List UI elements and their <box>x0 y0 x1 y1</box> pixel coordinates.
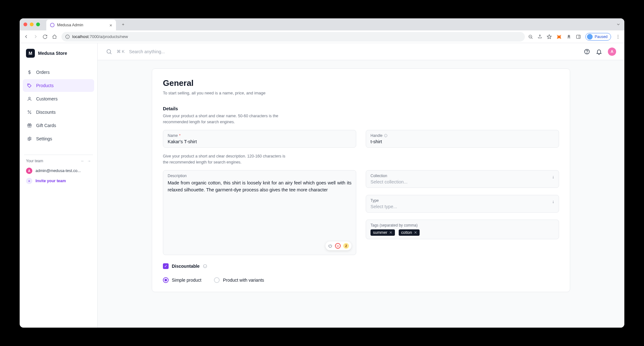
radio-simple-label: Simple product <box>172 278 201 283</box>
nav-home-icon[interactable] <box>52 34 58 39</box>
sidebar-item-label: Gift Cards <box>36 123 56 128</box>
svg-point-14 <box>29 97 30 99</box>
discountable-row[interactable]: ✓ Discountable <box>163 263 559 269</box>
gift-icon <box>27 123 32 128</box>
extensions-icon[interactable] <box>566 34 571 39</box>
sidebar-item-products[interactable]: Products <box>23 79 94 92</box>
browser-tab[interactable]: Medusa Admin × <box>46 20 116 30</box>
info-icon[interactable] <box>203 264 207 268</box>
sidebar-nav: Orders Products Customers Discounts Gift… <box>20 63 97 148</box>
help-icon[interactable] <box>584 48 590 55</box>
description-field[interactable]: Description Made from organic cotton, th… <box>163 170 356 255</box>
brand-name: Medusa Store <box>38 51 67 56</box>
nav-forward-icon[interactable] <box>33 34 39 39</box>
collection-field[interactable]: ↓ Collection Select collection... <box>366 170 559 188</box>
svg-point-10 <box>618 36 618 37</box>
profile-avatar-icon <box>587 34 593 40</box>
svg-line-4 <box>531 37 532 38</box>
search-icon[interactable] <box>106 48 112 55</box>
new-tab-button[interactable]: ＋ <box>119 20 127 29</box>
target-icon: ◎ <box>335 243 341 249</box>
sidebar-item-discounts[interactable]: Discounts <box>23 106 94 119</box>
tags-field[interactable]: Tags (separated by comma) summer✕ cotton… <box>366 220 559 239</box>
tab-overflow-icon[interactable] <box>616 22 621 27</box>
window-maximize-icon[interactable] <box>36 22 40 26</box>
topbar: ⌘ K Search anything... A <box>98 43 624 60</box>
handle-label: Handle <box>370 133 383 138</box>
handle-value: t-shirt <box>370 139 554 144</box>
user-icon <box>27 96 32 102</box>
browser-toolbar-icons: Paused <box>528 33 621 41</box>
radio-variants-product[interactable]: Product with variants <box>214 277 264 283</box>
power-icon[interactable] <box>328 244 332 248</box>
main: ⌘ K Search anything... A General To star… <box>98 43 624 328</box>
svg-rect-7 <box>576 35 580 38</box>
radio-simple-product[interactable]: Simple product <box>163 277 201 283</box>
sidebar-item-giftcards[interactable]: Gift Cards <box>23 119 94 132</box>
share-icon[interactable] <box>538 34 542 39</box>
sidebar: M Medusa Store Orders Products Customers <box>20 43 98 328</box>
type-field[interactable]: ↓ Type Select type... <box>366 195 559 213</box>
team-title-row: Your team ← → <box>24 159 93 166</box>
invite-team-button[interactable]: + Invite your team <box>24 176 93 186</box>
browser-menu-icon[interactable] <box>615 34 621 39</box>
sidebar-item-customers[interactable]: Customers <box>23 93 94 105</box>
nav-reload-icon[interactable] <box>42 34 49 39</box>
sidebar-item-orders[interactable]: Orders <box>23 66 94 79</box>
team-member-row[interactable]: A admin@medusa-test.co... <box>24 166 93 176</box>
team-next-icon[interactable]: → <box>87 159 91 163</box>
zoom-icon[interactable] <box>528 34 533 39</box>
browser-address-bar: localhost:7000/a/products/new Paused <box>20 30 624 43</box>
search-shortcut: ⌘ K <box>117 49 125 54</box>
search-input[interactable]: Search anything... <box>129 49 165 54</box>
tag-remove-icon[interactable]: ✕ <box>389 230 392 235</box>
info-icon[interactable] <box>384 134 388 138</box>
discountable-checkbox[interactable]: ✓ <box>163 263 169 269</box>
sidebar-item-settings[interactable]: Settings <box>23 132 94 145</box>
sidebar-item-label: Orders <box>36 70 50 75</box>
svg-point-17 <box>30 113 31 114</box>
sidebar-item-label: Customers <box>36 96 58 101</box>
svg-point-25 <box>587 53 587 53</box>
svg-point-21 <box>29 138 30 139</box>
window-minimize-icon[interactable] <box>30 22 34 26</box>
window-controls <box>23 22 40 26</box>
profile-status-chip[interactable]: Paused <box>585 33 611 41</box>
name-field[interactable]: Name* Kakar's T-shirt <box>163 130 356 148</box>
window-close-icon[interactable] <box>23 22 27 26</box>
tab-close-icon[interactable]: × <box>109 22 112 28</box>
name-label: Name <box>168 133 178 138</box>
sidebar-item-label: Products <box>36 83 54 88</box>
tag-text: cotton <box>401 230 412 235</box>
tag-chip[interactable]: cotton✕ <box>399 229 420 236</box>
percent-icon <box>27 109 32 115</box>
extension-metamask-icon[interactable] <box>556 34 562 40</box>
name-value: Kakar's T-shirt <box>168 139 351 144</box>
svg-point-11 <box>618 38 618 38</box>
svg-point-13 <box>28 84 29 85</box>
tag-chip[interactable]: summer✕ <box>370 229 395 236</box>
details-hint: Give your product a short and clear name… <box>163 113 290 125</box>
svg-marker-6 <box>547 35 551 39</box>
tags-label: Tags (separated by comma) <box>370 223 554 227</box>
nav-back-icon[interactable] <box>23 34 30 39</box>
tag-text: summer <box>373 230 387 235</box>
tab-title: Medusa Admin <box>57 23 83 27</box>
plus-icon: + <box>26 178 32 184</box>
user-avatar[interactable]: A <box>608 48 616 56</box>
bookmark-star-icon[interactable] <box>547 34 552 39</box>
handle-field[interactable]: Handle t-shirt <box>366 130 559 148</box>
page-title: General <box>163 78 559 88</box>
invite-team-label: Invite your team <box>35 179 66 183</box>
discountable-label: Discountable <box>172 264 200 269</box>
url-field[interactable]: localhost:7000/a/products/new <box>61 32 525 42</box>
team-section: Your team ← → A admin@medusa-test.co... … <box>20 155 97 186</box>
profile-status-text: Paused <box>595 35 608 39</box>
brand[interactable]: M Medusa Store <box>20 43 97 63</box>
grammar-widget[interactable]: ◎ 2 <box>325 241 351 250</box>
tag-remove-icon[interactable]: ✕ <box>414 230 417 235</box>
bell-icon[interactable] <box>596 48 602 55</box>
side-panel-icon[interactable] <box>576 34 581 39</box>
svg-point-22 <box>107 49 111 53</box>
team-prev-icon[interactable]: ← <box>81 159 85 163</box>
